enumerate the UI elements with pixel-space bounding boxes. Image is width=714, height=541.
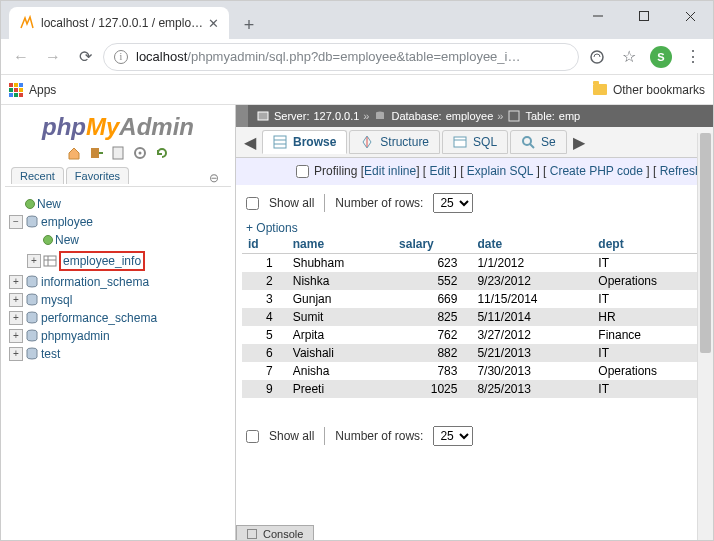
- window-maximize-icon[interactable]: [621, 1, 667, 31]
- expand-icon[interactable]: +: [9, 293, 23, 307]
- logout-icon[interactable]: [88, 145, 104, 161]
- table-row[interactable]: 9Preeti10258/25/2013IT: [242, 380, 711, 398]
- reload-nav-icon[interactable]: [154, 145, 170, 161]
- svg-rect-10: [44, 256, 56, 266]
- apps-shortcut[interactable]: Apps: [9, 83, 56, 97]
- nav-reload-icon[interactable]: ⟳: [71, 43, 99, 71]
- svg-rect-20: [376, 113, 384, 119]
- tab-search[interactable]: Se: [510, 130, 567, 154]
- menu-icon[interactable]: ⋮: [679, 43, 707, 71]
- breadcrumb-db[interactable]: employee: [446, 110, 494, 122]
- table-row[interactable]: 5Arpita7623/27/2012Finance: [242, 326, 711, 344]
- explain-sql-link[interactable]: Explain SQL: [467, 164, 533, 178]
- window-minimize-icon[interactable]: [575, 1, 621, 31]
- database-icon: [25, 311, 39, 325]
- col-date[interactable]: date: [471, 235, 592, 254]
- table-row[interactable]: 2Nishka5529/23/2012Operations: [242, 272, 711, 290]
- nav-back-icon[interactable]: ←: [7, 43, 35, 71]
- tree-db-mysql[interactable]: +mysql: [9, 291, 231, 309]
- tree-table-employee-info[interactable]: + employee_info: [9, 249, 231, 273]
- other-bookmarks[interactable]: Other bookmarks: [593, 83, 705, 97]
- database-icon: [373, 109, 387, 123]
- tab-close-icon[interactable]: ✕: [208, 16, 219, 31]
- edit-link[interactable]: Edit: [429, 164, 450, 178]
- table-row[interactable]: 1Shubham6231/1/2012IT: [242, 254, 711, 273]
- server-icon: [256, 109, 270, 123]
- settings-icon[interactable]: [132, 145, 148, 161]
- collapse-icon[interactable]: −: [9, 215, 23, 229]
- window-close-icon[interactable]: [667, 1, 713, 31]
- console-toggle[interactable]: Console: [236, 525, 314, 541]
- edit-inline-link[interactable]: Edit inline: [364, 164, 416, 178]
- col-id[interactable]: id: [242, 235, 287, 254]
- num-rows-select[interactable]: 25: [433, 193, 473, 213]
- tree-db-new[interactable]: New: [9, 231, 231, 249]
- expand-icon[interactable]: +: [9, 311, 23, 325]
- tab-sql[interactable]: SQL: [442, 130, 508, 154]
- table-icon: [43, 254, 57, 268]
- table-row[interactable]: 4Sumit8255/11/2014HR: [242, 308, 711, 326]
- expand-icon[interactable]: +: [27, 254, 41, 268]
- nav-tree: New − employee New + employee_info +info…: [5, 186, 231, 363]
- tree-db-information_schema[interactable]: +information_schema: [9, 273, 231, 291]
- table-row[interactable]: 6Vaishali8825/21/2013IT: [242, 344, 711, 362]
- show-all-label: Show all: [269, 196, 314, 210]
- tree-db-phpmyadmin[interactable]: +phpmyadmin: [9, 327, 231, 345]
- svg-rect-1: [640, 12, 649, 21]
- num-rows-select-bottom[interactable]: 25: [433, 426, 473, 446]
- row-options-top: Show all Number of rows: 25: [236, 185, 713, 221]
- profiling-checkbox[interactable]: [296, 165, 309, 178]
- new-tab-button[interactable]: +: [235, 11, 263, 39]
- show-all-checkbox-bottom[interactable]: [246, 430, 259, 443]
- svg-rect-18: [258, 112, 268, 120]
- options-toggle[interactable]: + Options: [246, 221, 298, 235]
- bookmarks-bar: Apps Other bookmarks: [1, 75, 713, 105]
- recent-tab[interactable]: Recent: [11, 167, 64, 184]
- extension-icon[interactable]: [583, 43, 611, 71]
- breadcrumb-server[interactable]: 127.0.0.1: [313, 110, 359, 122]
- tab-title: localhost / 127.0.0.1 / employee: [41, 16, 204, 30]
- show-all-checkbox[interactable]: [246, 197, 259, 210]
- tree-new[interactable]: New: [9, 195, 231, 213]
- col-salary[interactable]: salary: [393, 235, 471, 254]
- profile-avatar[interactable]: S: [647, 43, 675, 71]
- expand-icon[interactable]: +: [9, 329, 23, 343]
- create-php-link[interactable]: Create PHP code: [550, 164, 643, 178]
- url-path: /phpmyadmin/sql.php?db=employee&table=em…: [187, 49, 520, 64]
- tabs-scroll-left-icon[interactable]: ◀: [240, 129, 260, 155]
- pma-sidebar: phpMyAdmin Recent Favorites ⊖ New − empl…: [1, 105, 236, 541]
- site-info-icon[interactable]: i: [114, 50, 128, 64]
- table-row[interactable]: 3Gunjan66911/15/2014IT: [242, 290, 711, 308]
- bookmark-star-icon[interactable]: ☆: [615, 43, 643, 71]
- expand-icon[interactable]: +: [9, 347, 23, 361]
- svg-rect-6: [113, 147, 123, 159]
- search-icon: [521, 135, 535, 149]
- tab-browse[interactable]: Browse: [262, 130, 347, 154]
- docs-icon[interactable]: [110, 145, 126, 161]
- breadcrumb-table[interactable]: emp: [559, 110, 580, 122]
- refresh-link[interactable]: Refresh: [660, 164, 702, 178]
- tabs-scroll-right-icon[interactable]: ▶: [569, 129, 589, 155]
- svg-line-29: [530, 144, 534, 148]
- collapse-nav-icon[interactable]: ⊖: [209, 171, 219, 185]
- col-name[interactable]: name: [287, 235, 393, 254]
- favorites-tab[interactable]: Favorites: [66, 167, 129, 184]
- structure-icon: [360, 135, 374, 149]
- table-row[interactable]: 7Anisha7837/30/2013Operations: [242, 362, 711, 380]
- browser-tab[interactable]: localhost / 127.0.0.1 / employee ✕: [9, 7, 229, 39]
- tree-db-performance_schema[interactable]: +performance_schema: [9, 309, 231, 327]
- vertical-scrollbar[interactable]: [697, 133, 713, 541]
- address-bar[interactable]: i localhost/phpmyadmin/sql.php?db=employ…: [103, 43, 579, 71]
- expand-icon[interactable]: +: [9, 275, 23, 289]
- col-dept[interactable]: dept: [592, 235, 711, 254]
- home-icon[interactable]: [66, 145, 82, 161]
- tree-db-employee[interactable]: − employee: [9, 213, 231, 231]
- pma-main: Server: 127.0.0.1 » Database: employee »…: [236, 105, 713, 541]
- nav-forward-icon[interactable]: →: [39, 43, 67, 71]
- table-icon: [507, 109, 521, 123]
- num-rows-label-bottom: Number of rows:: [335, 429, 423, 443]
- tree-db-test[interactable]: +test: [9, 345, 231, 363]
- pma-logo: phpMyAdmin: [42, 111, 194, 141]
- svg-rect-21: [509, 111, 519, 121]
- tab-structure[interactable]: Structure: [349, 130, 440, 154]
